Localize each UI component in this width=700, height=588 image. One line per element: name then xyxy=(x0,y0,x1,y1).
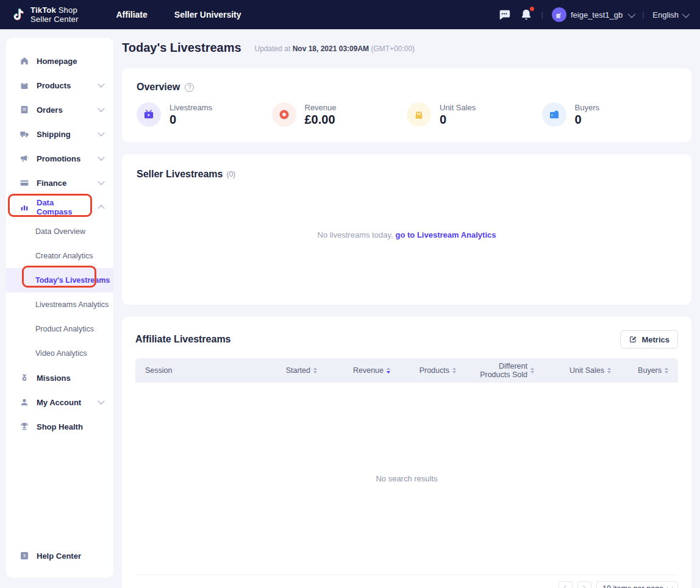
shopping-bag-icon xyxy=(407,102,431,127)
column-revenue[interactable]: Revenue xyxy=(317,366,390,375)
sidebar-subitem-livestreams-analytics[interactable]: Livestreams Analytics xyxy=(6,292,113,317)
seller-livestreams-empty-state: No livestreams today, go to Livestream A… xyxy=(137,180,677,290)
user-menu[interactable]: feige_test1_gb xyxy=(552,7,634,22)
sidebar-item-promotions[interactable]: Promotions xyxy=(6,146,113,171)
chevron-down-icon xyxy=(98,154,104,160)
help-icon[interactable]: ? xyxy=(185,83,194,92)
username: feige_test1_gb xyxy=(571,10,623,19)
chevron-down-icon xyxy=(98,178,104,185)
top-bar: TikTok Shop Seller Center Affiliate Sell… xyxy=(0,0,700,29)
orders-icon xyxy=(20,105,29,115)
truck-icon xyxy=(20,129,29,139)
card-icon xyxy=(20,178,29,188)
overview-title: Overview xyxy=(137,82,180,93)
sidebar-item-homepage[interactable]: Homepage xyxy=(6,49,113,73)
table-header-row: Session Started Revenue Products Differe… xyxy=(135,358,678,383)
language-selector[interactable]: English xyxy=(652,10,688,19)
sidebar-item-data-compass[interactable]: Data Compass xyxy=(6,195,113,219)
chevron-up-icon xyxy=(98,205,104,211)
page-size-select[interactable]: 10 items per page xyxy=(596,581,678,588)
metrics-button[interactable]: Metrics xyxy=(620,330,678,349)
person-icon xyxy=(20,397,29,407)
live-tv-icon xyxy=(137,102,161,127)
chevron-down-icon xyxy=(98,397,104,404)
logo-text: TikTok Shop Seller Center xyxy=(30,5,78,24)
sort-icon xyxy=(665,367,668,374)
column-session: Session xyxy=(145,366,245,375)
sidebar-item-my-account[interactable]: My Account xyxy=(6,390,113,414)
sidebar-subitem-creator-analytics[interactable]: Creator Analytics xyxy=(6,244,113,268)
sidebar-subitem-video-analytics[interactable]: Video Analytics xyxy=(6,341,113,366)
trophy-icon xyxy=(20,422,29,431)
sidebar-item-shipping[interactable]: Shipping xyxy=(6,122,113,146)
seller-livestreams-card: Seller Livestreams (0) No livestreams to… xyxy=(122,154,691,305)
affiliate-table: Session Started Revenue Products Differe… xyxy=(135,358,678,588)
chevron-down-icon xyxy=(98,80,104,87)
divider: | xyxy=(642,10,644,19)
page-title: Today's Livestreams xyxy=(122,41,241,55)
seller-livestreams-count: (0) xyxy=(226,170,235,179)
next-page-button[interactable] xyxy=(577,581,591,588)
column-unit-sales[interactable]: Unit Sales xyxy=(534,366,611,375)
sidebar-subitem-todays-livestreams[interactable]: Today's Livestreams xyxy=(6,268,113,292)
notification-bell-icon[interactable] xyxy=(520,8,533,21)
metric-unit-sales: Unit Sales 0 xyxy=(407,102,542,127)
edit-square-icon xyxy=(629,335,637,344)
metric-buyers: Buyers 0 xyxy=(542,102,677,127)
sidebar-item-missions[interactable]: Missions xyxy=(6,366,113,390)
sidebar-item-shop-health[interactable]: Shop Health xyxy=(6,414,113,439)
help-square-icon: ? xyxy=(20,551,29,561)
user-avatar xyxy=(552,7,566,22)
column-different-products-sold[interactable]: Different Products Sold xyxy=(456,362,534,380)
metric-livestreams: Livestreams 0 xyxy=(137,102,272,127)
prev-page-button[interactable] xyxy=(559,581,573,588)
column-products[interactable]: Products xyxy=(390,366,456,375)
wallet-icon xyxy=(542,102,566,127)
tiktok-note-icon xyxy=(11,5,26,24)
chevron-down-icon xyxy=(98,105,104,112)
sidebar-item-products[interactable]: Products xyxy=(6,73,113,97)
affiliate-livestreams-title: Affiliate Livestreams xyxy=(135,334,231,345)
livestream-analytics-link[interactable]: go to Livestream Analytics xyxy=(396,230,496,239)
column-buyers[interactable]: Buyers xyxy=(611,366,668,375)
main-content: Today's Livestreams Updated at Nov 18, 2… xyxy=(122,38,691,588)
bar-chart-icon xyxy=(20,202,29,212)
sidebar-item-orders[interactable]: Orders xyxy=(6,97,113,122)
chevron-down-icon xyxy=(628,10,636,18)
nav-affiliate[interactable]: Affiliate xyxy=(116,10,147,19)
sidebar: Homepage Products Orders Shipping Promot… xyxy=(6,38,113,578)
nav-seller-university[interactable]: Seller University xyxy=(174,10,241,19)
chevron-down-icon xyxy=(98,129,104,136)
sidebar-subitem-data-overview[interactable]: Data Overview xyxy=(6,219,113,244)
affiliate-livestreams-card: Affiliate Livestreams Metrics Session St… xyxy=(122,317,691,588)
svg-text:?: ? xyxy=(23,553,26,559)
sidebar-item-finance[interactable]: Finance xyxy=(6,171,113,195)
coin-icon xyxy=(272,102,296,127)
sidebar-subitem-product-analytics[interactable]: Product Analytics xyxy=(6,317,113,341)
updated-timestamp: Updated at Nov 18, 2021 03:09AM (GMT+00:… xyxy=(255,44,415,53)
divider: | xyxy=(541,10,543,19)
home-icon xyxy=(20,56,29,66)
megaphone-icon xyxy=(20,154,29,163)
overview-card: Overview ? Livestreams 0 Revenue £0.00 xyxy=(122,68,691,142)
chevron-down-icon xyxy=(667,584,673,588)
notification-badge xyxy=(530,7,534,11)
metric-revenue: Revenue £0.00 xyxy=(272,102,407,127)
chevron-down-icon xyxy=(682,10,690,18)
sidebar-item-help-center[interactable]: ? Help Center xyxy=(6,544,113,568)
pagination: 10 items per page xyxy=(135,581,678,588)
bag-icon xyxy=(20,80,29,90)
medal-icon xyxy=(20,373,29,383)
table-empty-state: No search results xyxy=(135,383,678,575)
chat-icon[interactable] xyxy=(498,8,511,21)
tiktok-shop-logo[interactable]: TikTok Shop Seller Center xyxy=(11,5,78,24)
seller-livestreams-title: Seller Livestreams xyxy=(137,169,223,180)
top-navigation: Affiliate Seller University xyxy=(116,10,241,19)
column-started[interactable]: Started xyxy=(245,366,317,375)
